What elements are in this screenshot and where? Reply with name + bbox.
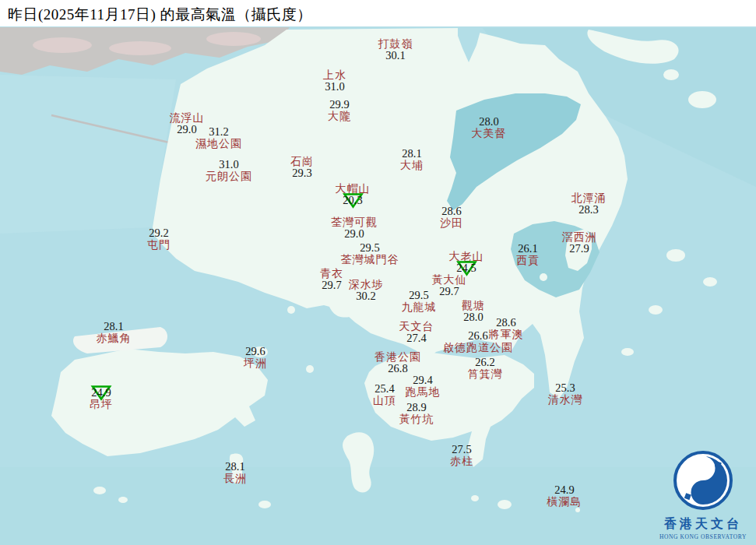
station-temperature: 24.9 — [90, 387, 113, 399]
hko-logo-icon — [672, 449, 734, 512]
station-temperature: 25.4 — [373, 383, 396, 395]
station-temperature: 30.1 — [378, 50, 413, 62]
station-大埔: 28.1大埔 — [400, 148, 424, 171]
station-label: 赤柱 — [450, 455, 473, 467]
station-temperature: 28.1 — [400, 148, 424, 160]
station-temperature: 30.2 — [349, 290, 384, 302]
station-觀塘: 觀塘28.0 — [462, 300, 485, 323]
station-label: 清水灣 — [548, 394, 583, 406]
station-黃竹坑: 28.9黃竹坑 — [399, 402, 434, 425]
station-label: 屯門 — [147, 239, 171, 251]
station-temperature: 27.9 — [562, 243, 597, 255]
station-筲箕灣: 26.2筲箕灣 — [468, 357, 503, 380]
station-啟德跑道公園: 26.6啟德跑道公園 — [443, 330, 513, 353]
station-temperature: 29.0 — [331, 228, 378, 240]
station-temperature: 29.9 — [328, 99, 351, 111]
station-label: 跑馬地 — [406, 386, 441, 398]
green-triangle-marker-icon — [342, 192, 364, 209]
station-label: 大隴 — [328, 111, 351, 122]
station-青衣: 青衣29.7 — [320, 268, 343, 291]
station-temperature: 26.8 — [374, 363, 421, 374]
station-跑馬地: 29.4跑馬地 — [406, 374, 441, 398]
station-temperature: 20.3 — [336, 195, 371, 206]
station-荃灣可觀: 荃灣可觀29.0 — [331, 216, 378, 240]
title-bar: 昨日(2025年11月17日) 的最高氣溫（攝氏度） — [0, 0, 756, 26]
station-temperature: 28.0 — [472, 116, 507, 128]
station-label: 荃灣可觀 — [331, 216, 378, 228]
station-滘西洲: 滘西洲27.9 — [562, 231, 597, 255]
station-赤鱲角: 28.1赤鱲角 — [97, 321, 132, 344]
station-temperature: 29.5 — [402, 290, 437, 301]
station-temperature: 29.7 — [432, 286, 467, 297]
station-西貢: 26.1西貢 — [516, 243, 540, 266]
station-大隴: 29.9大隴 — [328, 99, 351, 122]
station-temperature: 27.5 — [450, 444, 473, 455]
station-label: 赤鱲角 — [97, 332, 132, 344]
station-香港公園: 香港公園26.8 — [374, 351, 421, 374]
station-temperature: 28.9 — [399, 402, 434, 413]
station-temperature: 29.3 — [290, 167, 314, 179]
station-temperature: 24.5 — [449, 262, 484, 274]
station-label: 坪洲 — [244, 357, 267, 369]
station-元朗公園: 31.0元朗公園 — [206, 159, 252, 182]
station-temperature: 26.1 — [516, 243, 540, 255]
station-坪洲: 29.6坪洲 — [244, 346, 267, 369]
station-temperature: 29.2 — [147, 227, 171, 239]
station-label: 九龍城 — [402, 301, 437, 313]
station-label: 西貢 — [516, 255, 540, 266]
station-temperature: 28.6 — [440, 206, 463, 217]
station-label: 黃大仙 — [432, 274, 467, 286]
station-屯門: 29.2屯門 — [147, 227, 171, 251]
station-label: 北潭涌 — [571, 192, 607, 204]
station-label: 沙田 — [440, 217, 463, 229]
station-label: 啟德跑道公園 — [443, 342, 513, 353]
station-九龍城: 29.5九龍城 — [402, 290, 437, 313]
station-temperature: 27.4 — [399, 332, 434, 344]
station-temperature: 31.2 — [195, 126, 242, 138]
station-label: 觀塘 — [462, 300, 485, 311]
station-荃灣城門谷: 29.5荃灣城門谷 — [341, 242, 399, 265]
page-title: 昨日(2025年11月17日) 的最高氣溫（攝氏度） — [8, 6, 312, 23]
station-label: 上水 — [323, 69, 346, 81]
station-清水灣: 25.3清水灣 — [548, 382, 583, 406]
station-label: 青衣 — [320, 268, 343, 280]
station-temperature: 28.3 — [571, 204, 607, 216]
station-大美督: 28.0大美督 — [472, 116, 507, 139]
station-黃大仙: 黃大仙29.7 — [432, 274, 467, 297]
station-label: 元朗公園 — [206, 171, 252, 182]
station-temperature: 25.3 — [548, 382, 583, 394]
green-triangle-marker-icon — [90, 384, 112, 401]
station-label: 荃灣城門谷 — [341, 254, 399, 265]
station-深水埗: 深水埗30.2 — [349, 279, 384, 302]
weather-map-page: 打鼓嶺30.1上水31.029.9大隴流浮山29.031.2濕地公園31.0元朗… — [0, 0, 756, 545]
stations-layer: 打鼓嶺30.1上水31.029.9大隴流浮山29.031.2濕地公園31.0元朗… — [0, 0, 756, 545]
station-temperature: 28.1 — [223, 461, 247, 473]
station-label: 橫瀾島 — [547, 496, 582, 508]
station-temperature: 31.0 — [323, 81, 346, 93]
station-橫瀾島: 24.9橫瀾島 — [547, 484, 582, 508]
station-長洲: 28.1長洲 — [223, 461, 247, 484]
station-temperature: 29.5 — [341, 242, 399, 254]
station-temperature: 29.6 — [244, 346, 267, 357]
station-temperature: 31.0 — [206, 159, 252, 171]
station-打鼓嶺: 打鼓嶺30.1 — [378, 38, 413, 62]
hko-logo: 香港天文台 HONG KONG OBSERVATORY — [655, 449, 751, 540]
station-昂坪: 24.9昂坪 — [90, 387, 113, 410]
station-石崗: 石崗29.3 — [290, 156, 314, 179]
station-赤柱: 27.5赤柱 — [450, 444, 473, 467]
station-temperature: 29.4 — [406, 374, 441, 386]
station-天文台: 天文台27.4 — [399, 321, 434, 344]
station-label: 香港公園 — [374, 351, 421, 363]
station-label: 山頂 — [373, 395, 396, 406]
station-temperature: 26.6 — [443, 330, 513, 342]
station-濕地公園: 31.2濕地公園 — [195, 126, 242, 149]
station-大帽山: 大帽山20.3 — [336, 183, 371, 206]
station-沙田: 28.6沙田 — [440, 206, 463, 229]
station-大老山: 大老山24.5 — [449, 251, 484, 274]
station-label: 石崗 — [290, 156, 314, 167]
station-山頂: 25.4山頂 — [373, 383, 396, 406]
station-temperature: 28.6 — [489, 317, 524, 329]
station-temperature: 28.1 — [97, 321, 132, 332]
station-temperature: 28.0 — [462, 311, 485, 323]
station-label: 深水埗 — [349, 279, 384, 290]
